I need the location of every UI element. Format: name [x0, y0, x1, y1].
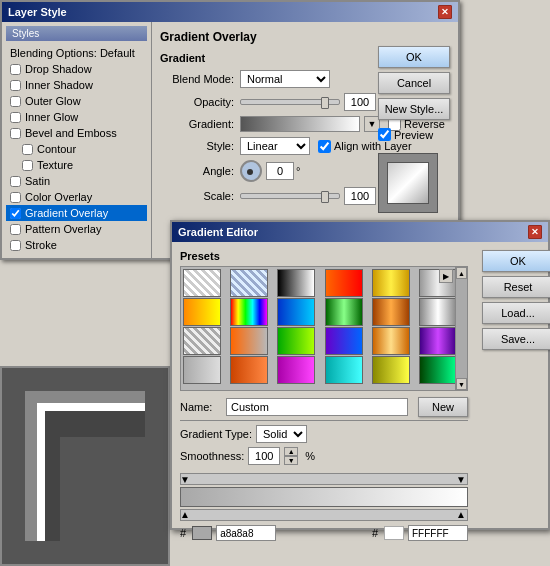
sidebar-item-stroke[interactable]: Stroke	[6, 237, 147, 253]
scroll-track[interactable]	[456, 279, 467, 378]
preset-item[interactable]	[277, 298, 315, 326]
preset-item[interactable]	[325, 269, 363, 297]
transparency-stops-bar[interactable]: ▼ ▼	[180, 473, 468, 485]
color-stop-right-arrow[interactable]: ▲	[456, 509, 466, 520]
inner-glow-checkbox[interactable]	[10, 112, 21, 123]
preset-item[interactable]	[325, 356, 363, 384]
color-overlay-checkbox[interactable]	[10, 192, 21, 203]
color-hex-left[interactable]	[216, 525, 276, 541]
sidebar-item-bevel-emboss[interactable]: Bevel and Emboss	[6, 125, 147, 141]
preset-item[interactable]	[230, 269, 268, 297]
cancel-button[interactable]: Cancel	[378, 72, 450, 94]
style-label: Style:	[160, 140, 240, 152]
sidebar-item-contour[interactable]: Contour	[6, 141, 147, 157]
ok-button[interactable]: OK	[378, 46, 450, 68]
preview-checkbox[interactable]	[378, 128, 391, 141]
satin-label: Satin	[25, 175, 50, 187]
sidebar-item-gradient-overlay[interactable]: Gradient Overlay	[6, 205, 147, 221]
sidebar-item-texture[interactable]: Texture	[6, 157, 147, 173]
name-input[interactable]	[226, 398, 408, 416]
satin-checkbox[interactable]	[10, 176, 21, 187]
sidebar-item-inner-glow[interactable]: Inner Glow	[6, 109, 147, 125]
opacity-input[interactable]	[344, 93, 376, 111]
gradient-type-select[interactable]: Solid	[256, 425, 307, 443]
preset-item[interactable]	[230, 298, 268, 326]
preset-item[interactable]	[277, 327, 315, 355]
outer-glow-checkbox[interactable]	[10, 96, 21, 107]
sidebar-item-blending[interactable]: Blending Options: Default	[6, 45, 147, 61]
sidebar-item-outer-glow[interactable]: Outer Glow	[6, 93, 147, 109]
angle-dial[interactable]	[240, 160, 262, 182]
color-stop-left-arrow[interactable]: ▲	[180, 509, 190, 520]
preset-item[interactable]	[419, 327, 457, 355]
sidebar-item-pattern-overlay[interactable]: Pattern Overlay	[6, 221, 147, 237]
sidebar-item-satin[interactable]: Satin	[6, 173, 147, 189]
scale-input[interactable]	[344, 187, 376, 205]
presets-arrow-icon[interactable]: ▶	[439, 269, 453, 283]
preset-item[interactable]	[372, 327, 410, 355]
buttons-panel: OK Cancel New Style... Preview	[378, 46, 450, 213]
scroll-up-icon[interactable]: ▲	[456, 267, 467, 279]
stroke-checkbox[interactable]	[10, 240, 21, 251]
color-swatch-left[interactable]	[192, 526, 212, 540]
preset-item[interactable]	[325, 327, 363, 355]
inner-glow-label: Inner Glow	[25, 111, 78, 123]
sidebar-item-drop-shadow[interactable]: Drop Shadow	[6, 61, 147, 77]
hash-icon-right: #	[372, 527, 378, 539]
color-stop-right: #	[372, 525, 468, 541]
ge-save-button[interactable]: Save...	[482, 328, 550, 350]
preset-item[interactable]	[277, 269, 315, 297]
smoothness-input[interactable]	[248, 447, 280, 465]
stop-arrow-right[interactable]: ▼	[456, 474, 466, 485]
preset-item[interactable]	[183, 298, 221, 326]
close-icon[interactable]: ✕	[438, 5, 452, 19]
preset-item[interactable]	[372, 269, 410, 297]
contour-checkbox[interactable]	[22, 144, 33, 155]
preset-item[interactable]	[325, 298, 363, 326]
ge-reset-button[interactable]: Reset	[482, 276, 550, 298]
ge-ok-button[interactable]: OK	[482, 250, 550, 272]
preset-item[interactable]	[419, 298, 457, 326]
align-layer-checkbox[interactable]	[318, 140, 331, 153]
sidebar-item-color-overlay[interactable]: Color Overlay	[6, 189, 147, 205]
preset-item[interactable]	[183, 269, 221, 297]
gradient-overlay-checkbox[interactable]	[10, 208, 21, 219]
new-button[interactable]: New	[418, 397, 468, 417]
name-row: Name: New	[180, 397, 468, 417]
inner-shadow-label: Inner Shadow	[25, 79, 93, 91]
preset-item[interactable]	[372, 356, 410, 384]
preset-item[interactable]	[419, 356, 457, 384]
stepper-down-icon[interactable]: ▼	[284, 456, 298, 465]
layer-preview	[0, 366, 170, 566]
drop-shadow-checkbox[interactable]	[10, 64, 21, 75]
gradient-bar[interactable]	[180, 487, 468, 507]
new-style-button[interactable]: New Style...	[378, 98, 450, 120]
presets-grid	[181, 267, 467, 386]
style-select[interactable]: Linear	[240, 137, 310, 155]
color-stops-bar[interactable]: ▲ ▲	[180, 509, 468, 521]
scroll-down-icon[interactable]: ▼	[456, 378, 467, 390]
inner-shadow-checkbox[interactable]	[10, 80, 21, 91]
sidebar-item-inner-shadow[interactable]: Inner Shadow	[6, 77, 147, 93]
opacity-slider[interactable]	[240, 99, 340, 105]
ge-load-button[interactable]: Load...	[482, 302, 550, 324]
smoothness-label: Smoothness:	[180, 450, 244, 462]
blend-mode-select[interactable]: Normal	[240, 70, 330, 88]
texture-checkbox[interactable]	[22, 160, 33, 171]
color-swatch-right[interactable]	[384, 526, 404, 540]
preset-item[interactable]	[183, 327, 221, 355]
gradient-editor-close-icon[interactable]: ✕	[528, 225, 542, 239]
gradient-preview-box[interactable]	[240, 116, 360, 132]
color-hex-right[interactable]	[408, 525, 468, 541]
preset-item[interactable]	[230, 356, 268, 384]
pattern-overlay-checkbox[interactable]	[10, 224, 21, 235]
stop-arrow-left[interactable]: ▼	[180, 474, 190, 485]
angle-input[interactable]	[266, 162, 294, 180]
preset-item[interactable]	[183, 356, 221, 384]
bevel-emboss-checkbox[interactable]	[10, 128, 21, 139]
scale-slider[interactable]	[240, 193, 340, 199]
preset-item[interactable]	[277, 356, 315, 384]
preset-item[interactable]	[230, 327, 268, 355]
stepper-up-icon[interactable]: ▲	[284, 447, 298, 456]
preset-item[interactable]	[372, 298, 410, 326]
